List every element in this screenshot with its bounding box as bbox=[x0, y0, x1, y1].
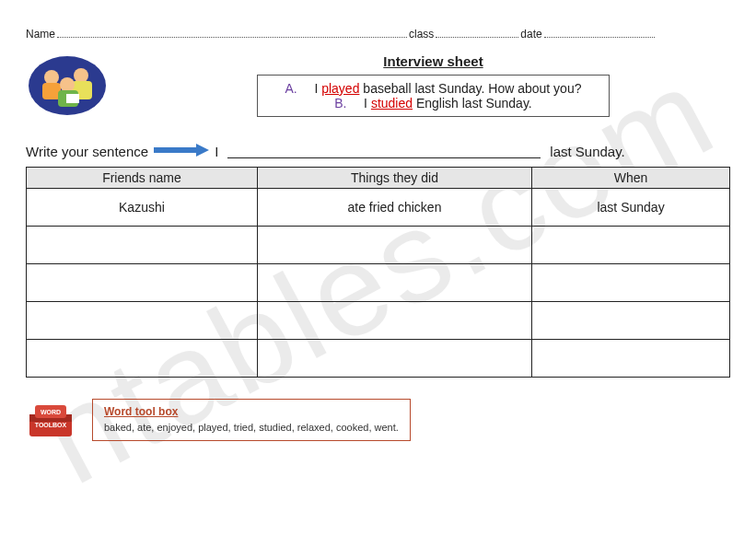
people-talking-icon bbox=[26, 53, 109, 118]
table-row[interactable]: Kazushi ate fried chicken last Sunday bbox=[27, 189, 730, 227]
example-box: A. I played baseball last Sunday. How ab… bbox=[257, 75, 611, 117]
name-label: Name bbox=[26, 28, 55, 41]
example-b-pre: I bbox=[364, 96, 371, 110]
toolbox-words: baked, ate, enjoyed, played, tried, stud… bbox=[104, 422, 399, 433]
table-row[interactable] bbox=[27, 264, 730, 302]
svg-point-3 bbox=[74, 68, 88, 83]
svg-rect-8 bbox=[154, 147, 196, 153]
cell[interactable] bbox=[27, 264, 258, 302]
date-blank[interactable] bbox=[544, 28, 655, 38]
example-b-label: B. bbox=[334, 96, 347, 110]
table-row[interactable] bbox=[27, 340, 730, 378]
cell[interactable] bbox=[27, 340, 258, 378]
cell[interactable] bbox=[532, 302, 730, 340]
date-label: date bbox=[520, 28, 541, 41]
cell[interactable]: ate fried chicken bbox=[257, 189, 531, 227]
prompt-tail: last Sunday. bbox=[550, 144, 624, 159]
cell[interactable] bbox=[27, 302, 258, 340]
col-things: Things they did bbox=[257, 168, 531, 189]
worksheet-page: Name class date Interview sheet bbox=[0, 0, 756, 470]
example-a-post: baseball last Sunday. How about you? bbox=[359, 81, 581, 96]
cell[interactable] bbox=[257, 340, 531, 378]
prompt-row: Write your sentence I last Sunday. bbox=[26, 144, 730, 159]
cell[interactable] bbox=[532, 227, 730, 264]
class-label: class bbox=[409, 28, 434, 41]
svg-text:WORD: WORD bbox=[41, 409, 61, 415]
toolbox-icon: WORD TOOLBOX bbox=[26, 398, 76, 442]
example-a-label: A. bbox=[285, 81, 298, 96]
prompt-i: I bbox=[215, 144, 218, 159]
interview-table: Friends name Things they did When Kazush… bbox=[26, 167, 730, 378]
cell[interactable] bbox=[257, 227, 531, 264]
prompt-lead: Write your sentence bbox=[26, 144, 148, 159]
cell[interactable] bbox=[27, 227, 258, 264]
svg-point-1 bbox=[44, 70, 59, 85]
example-a-keyword: played bbox=[321, 81, 359, 96]
toolbox-title: Word tool box bbox=[104, 405, 399, 418]
arrow-icon bbox=[154, 144, 209, 159]
cell[interactable]: last Sunday bbox=[532, 189, 730, 227]
class-blank[interactable] bbox=[436, 28, 518, 38]
svg-marker-9 bbox=[196, 144, 209, 157]
example-b-post: English last Sunday. bbox=[413, 96, 532, 110]
col-friends: Friends name bbox=[27, 168, 258, 189]
table-row[interactable] bbox=[27, 227, 730, 264]
cell[interactable] bbox=[257, 264, 531, 302]
table-row[interactable] bbox=[27, 302, 730, 340]
col-when: When bbox=[532, 168, 730, 189]
cell[interactable]: Kazushi bbox=[27, 189, 258, 227]
svg-rect-7 bbox=[66, 94, 79, 103]
example-b-keyword: studied bbox=[371, 96, 413, 110]
svg-text:TOOLBOX: TOOLBOX bbox=[35, 422, 67, 428]
header-line: Name class date bbox=[26, 28, 730, 41]
cell[interactable] bbox=[257, 302, 531, 340]
word-toolbox: Word tool box baked, ate, enjoyed, playe… bbox=[92, 399, 411, 441]
sentence-blank[interactable] bbox=[227, 145, 541, 158]
svg-point-5 bbox=[60, 77, 75, 92]
cell[interactable] bbox=[532, 264, 730, 302]
name-blank[interactable] bbox=[57, 28, 407, 38]
page-title: Interview sheet bbox=[136, 53, 730, 69]
cell[interactable] bbox=[532, 340, 730, 378]
table-header-row: Friends name Things they did When bbox=[27, 168, 730, 189]
